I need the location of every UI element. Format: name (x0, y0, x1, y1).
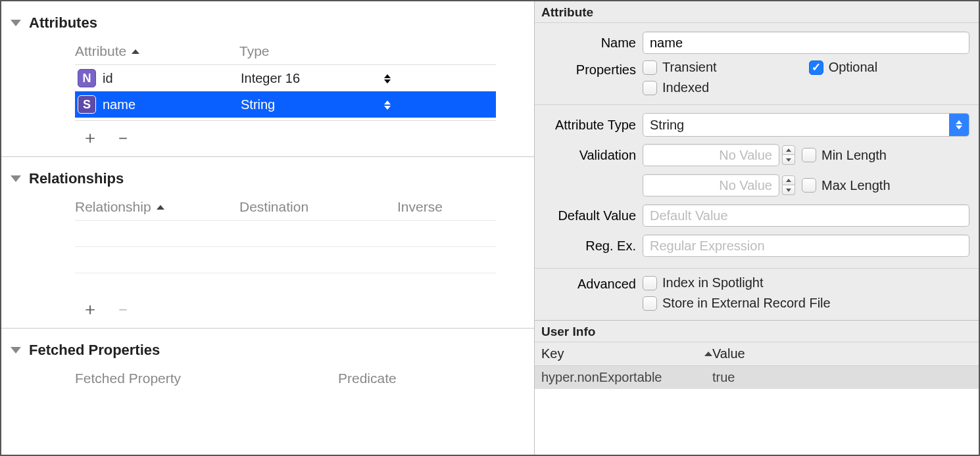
min-length-field[interactable] (643, 144, 779, 166)
sort-ascending-icon (157, 205, 164, 210)
select-arrows-icon (949, 114, 969, 136)
advanced-label: Advanced (541, 275, 643, 292)
max-length-field[interactable] (643, 174, 779, 196)
attributes-col-type[interactable]: Type (239, 43, 397, 59)
relationships-header[interactable]: Relationships (1, 157, 534, 191)
attribute-name: name (103, 97, 135, 112)
regex-field[interactable] (643, 235, 969, 257)
transient-checkbox[interactable]: Transient (643, 60, 717, 75)
userinfo-key: hyper.nonExportable (541, 370, 712, 385)
userinfo-value: true (712, 370, 972, 385)
regex-label: Reg. Ex. (541, 239, 643, 254)
userinfo-col-key[interactable]: Key (541, 346, 712, 361)
relationships-col-destination[interactable]: Destination (239, 199, 397, 215)
default-value-label: Default Value (541, 208, 643, 223)
default-value-field[interactable] (643, 204, 969, 227)
properties-label: Properties (541, 60, 643, 78)
relationships-col-relationship[interactable]: Relationship (75, 199, 239, 215)
fetched-col-predicate[interactable]: Predicate (338, 371, 496, 386)
string-type-icon: S (78, 95, 96, 114)
relationships-title: Relationships (29, 170, 124, 187)
relationships-col-inverse[interactable]: Inverse (397, 199, 496, 215)
name-field[interactable] (643, 32, 969, 54)
left-panel: Attributes Attribute Type N id Integer (1, 1, 534, 455)
store-external-checkbox[interactable]: Store in External Record File (643, 296, 831, 311)
index-spotlight-checkbox[interactable]: Index in Spotlight (643, 275, 763, 290)
max-length-checkbox[interactable]: Max Length (802, 178, 891, 193)
min-length-checkbox[interactable]: Min Length (802, 148, 887, 163)
attributes-title: Attributes (29, 14, 97, 32)
attribute-name: id (103, 71, 113, 86)
fetched-properties-header[interactable]: Fetched Properties (1, 329, 534, 363)
min-length-stepper[interactable] (782, 145, 795, 165)
userinfo-col-value[interactable]: Value (712, 346, 972, 361)
sort-ascending-icon (704, 352, 712, 356)
disclosure-down-icon (11, 20, 21, 26)
fetched-col-property[interactable]: Fetched Property (75, 371, 338, 386)
add-attribute-button[interactable]: ＋ (82, 129, 99, 146)
max-length-stepper[interactable] (782, 175, 795, 195)
name-label: Name (541, 35, 643, 51)
add-relationship-button[interactable]: ＋ (82, 300, 99, 317)
validation-label: Validation (541, 148, 643, 163)
userinfo-row[interactable]: hyper.nonExportable true (535, 366, 979, 389)
attribute-type-label: Attribute Type (541, 118, 643, 133)
attribute-type-select[interactable]: String (643, 113, 969, 137)
optional-checkbox[interactable]: Optional (809, 60, 878, 75)
attributes-table: N id Integer 16 S name (75, 64, 496, 121)
attribute-type: Integer 16 (241, 71, 300, 85)
fetched-properties-section: Fetched Properties Fetched Property Pred… (1, 329, 534, 393)
disclosure-down-icon (11, 347, 21, 353)
disclosure-down-icon (11, 175, 21, 182)
remove-relationship-button[interactable]: － (114, 300, 132, 317)
table-row[interactable]: N id Integer 16 (75, 65, 496, 91)
inspector-panel: Attribute Name Properties Transient (534, 1, 979, 455)
type-stepper-icon[interactable] (384, 74, 391, 83)
userinfo-title: User Info (535, 321, 979, 342)
indexed-checkbox[interactable]: Indexed (643, 80, 709, 95)
inspector-title: Attribute (535, 1, 979, 23)
attribute-type: String (241, 97, 275, 112)
relationships-table (75, 220, 496, 292)
fetched-properties-title: Fetched Properties (29, 342, 160, 359)
attributes-header[interactable]: Attributes (1, 1, 534, 35)
table-row[interactable]: S name String (75, 91, 496, 118)
type-stepper-icon[interactable] (384, 101, 391, 110)
number-type-icon: N (78, 69, 96, 87)
relationships-section: Relationships Relationship Destination I… (1, 157, 534, 329)
attributes-col-attribute[interactable]: Attribute (75, 43, 239, 59)
attributes-section: Attributes Attribute Type N id Integer (1, 1, 534, 157)
sort-ascending-icon (132, 49, 139, 54)
remove-attribute-button[interactable]: － (114, 129, 132, 146)
